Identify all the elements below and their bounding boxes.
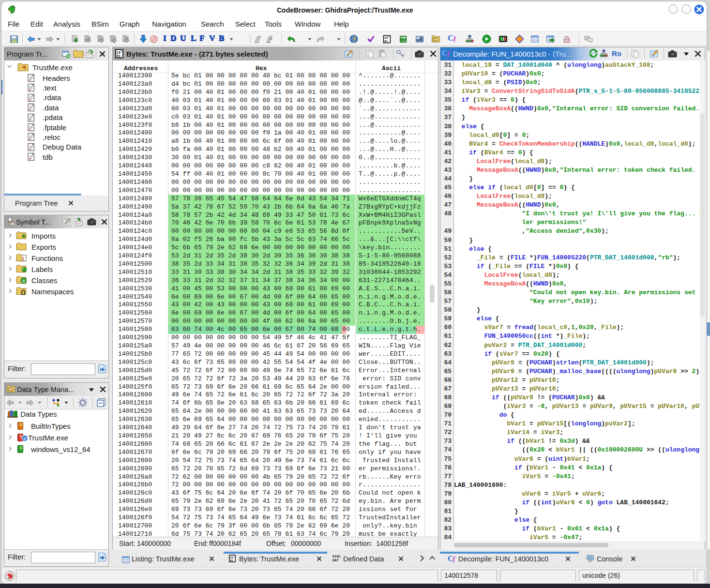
- svg-text:DT: DT: [9, 388, 13, 391]
- svg-text:C: C: [22, 278, 26, 284]
- svg-text:01: 01: [230, 559, 233, 562]
- svg-text:DT: DT: [434, 38, 438, 41]
- svg-text:{}: {}: [21, 289, 26, 296]
- svg-text:01: 01: [384, 40, 388, 43]
- svg-text:01: 01: [117, 54, 121, 58]
